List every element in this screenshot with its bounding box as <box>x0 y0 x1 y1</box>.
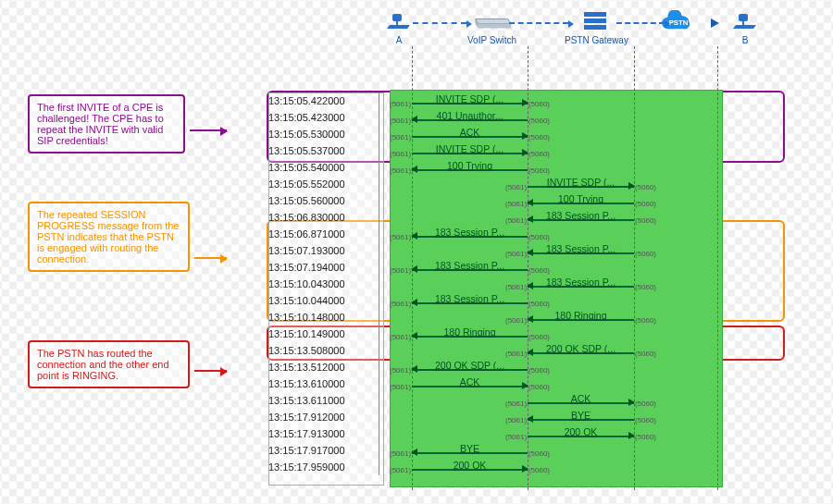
annotation-text: The first INVITE of a CPE is challenged!… <box>37 102 164 146</box>
trace-row: 13:15:17.959000200 OK(5061)(5060) <box>268 459 777 475</box>
device-a-label: A <box>396 35 403 45</box>
timestamp: 13:15:05.423000 <box>268 109 379 126</box>
svg-rect-3 <box>584 25 606 30</box>
device-gateway: PSTN Gateway <box>565 9 628 45</box>
trace-row: 13:15:13.512000200 OK SDP (...(5061)(506… <box>268 359 777 375</box>
trace-row: 13:15:06.830000183 Session P...(5061)(50… <box>268 209 777 226</box>
message-label: INVITE SDP (... <box>436 91 504 107</box>
message-label: 401 Unauthor... <box>437 107 504 124</box>
sip-message: 183 Session P...(5061)(5060) <box>412 226 528 242</box>
annotation-arrow <box>194 370 227 372</box>
phone-icon <box>379 9 418 33</box>
trace-row: 13:15:10.148000180 Ringing(5061)(5060) <box>268 309 777 326</box>
message-label: INVITE SDP (... <box>547 174 615 191</box>
message-label: 200 OK SDP (... <box>546 340 615 357</box>
trace-row: 13:15:13.611000ACK(5061)(5060) <box>268 392 777 409</box>
timestamp: 13:15:06.871000 <box>268 226 379 242</box>
message-label: 183 Session P... <box>546 240 615 257</box>
port-label: (5061) <box>390 462 411 479</box>
device-switch-label: VoIP Switch <box>467 35 516 45</box>
message-label: 200 OK <box>454 457 487 473</box>
message-label: ACK <box>460 374 480 390</box>
trace-row: 13:15:05.560000100 Trying(5061)(5060) <box>268 192 777 209</box>
trace-row: 13:15:17.912000BYE(5061)(5060) <box>268 409 777 425</box>
sip-message: ACK(5061)(5060) <box>412 375 528 392</box>
sip-message: 200 OK(5061)(5060) <box>528 425 634 442</box>
message-label: 183 Session P... <box>435 224 504 240</box>
message-label: 200 OK SDP (... <box>435 357 504 374</box>
message-label: 180 Ringing <box>554 307 606 324</box>
message-label: 180 Ringing <box>443 324 495 340</box>
sip-message: 183 Session P...(5061)(5060) <box>528 276 634 292</box>
timestamp: 13:15:07.193000 <box>268 242 379 259</box>
link-gw-pstn <box>616 22 665 24</box>
svg-rect-1 <box>584 12 606 17</box>
timestamp: 13:15:05.560000 <box>268 192 379 209</box>
timestamp: 13:15:05.552000 <box>268 176 379 192</box>
device-switch: VoIP Switch <box>467 9 516 45</box>
trace-row: 13:15:07.194000183 Session P...(5061)(50… <box>268 259 777 276</box>
message-label: BYE <box>460 440 479 457</box>
trace-row: 13:15:17.913000200 OK(5061)(5060) <box>268 425 777 442</box>
svg-rect-5 <box>739 14 748 21</box>
timestamp: 13:15:13.512000 <box>268 359 379 375</box>
message-label: BYE <box>571 407 591 424</box>
timestamp: 13:15:17.959000 <box>268 459 379 475</box>
timestamp: 13:15:17.917000 <box>268 442 379 459</box>
message-label: 200 OK <box>565 424 598 440</box>
timestamp: 13:15:13.611000 <box>268 392 379 409</box>
sip-message: 180 Ringing(5061)(5060) <box>528 309 634 326</box>
trace-row: 13:15:07.193000183 Session P...(5061)(50… <box>268 242 777 259</box>
arrow-to-b-icon <box>711 18 719 28</box>
device-gateway-label: PSTN Gateway <box>565 35 628 45</box>
svg-rect-0 <box>392 14 402 21</box>
sip-message: 200 OK(5061)(5060) <box>412 459 528 475</box>
message-label: ACK <box>571 390 591 407</box>
device-b-label: B <box>742 35 749 45</box>
timestamp: 13:15:10.043000 <box>268 276 379 292</box>
timestamp: 13:15:17.913000 <box>268 425 379 442</box>
timestamp: 13:15:13.610000 <box>268 375 379 392</box>
trace-row: 13:15:05.422000INVITE SDP (...(5061)(506… <box>268 92 777 109</box>
phone-icon <box>726 9 765 33</box>
message-label: 100 Trying <box>558 191 603 207</box>
link-switch-gw <box>509 22 568 24</box>
trace-row: 13:15:10.043000183 Session P...(5061)(50… <box>268 276 777 292</box>
trace-row: 13:15:10.149000180 Ringing(5061)(5060) <box>268 326 777 342</box>
message-label: 183 Session P... <box>435 290 504 307</box>
message-label: 183 Session P... <box>435 257 504 274</box>
device-a: A <box>379 9 418 45</box>
trace-row: 13:15:05.423000401 Unauthor...(5061)(506… <box>268 109 777 126</box>
message-label: 100 Trying <box>447 157 492 174</box>
annotation-arrow <box>190 129 227 131</box>
timestamp: 13:15:17.912000 <box>268 409 379 425</box>
annotation-ringing: The PSTN has routed the connection and t… <box>28 340 190 388</box>
device-b: B <box>726 9 765 45</box>
timestamp: 13:15:05.530000 <box>268 126 379 142</box>
sip-message: 200 OK SDP (...(5061)(5060) <box>528 342 634 359</box>
trace-row: 13:15:05.552000INVITE SDP (...(5061)(506… <box>268 176 777 192</box>
port-label: (5060) <box>528 462 550 479</box>
sip-message: 183 Session P...(5061)(5060) <box>412 292 528 309</box>
timestamp: 13:15:07.194000 <box>268 259 379 276</box>
switch-icon <box>473 9 512 33</box>
annotation-arrow <box>194 257 227 259</box>
sip-message: 180 Ringing(5061)(5060) <box>412 326 528 342</box>
message-label: 183 Session P... <box>546 274 615 290</box>
trace-row: 13:15:05.530000ACK(5061)(5060) <box>268 126 777 142</box>
message-label: INVITE SDP (... <box>436 141 504 157</box>
message-label: ACK <box>460 124 480 141</box>
annotation-text: The PSTN has routed the connection and t… <box>37 348 169 381</box>
timestamp: 13:15:05.540000 <box>268 159 379 176</box>
link-a-switch <box>413 22 466 24</box>
trace-row: 13:15:17.917000BYE(5061)(5060) <box>268 442 777 459</box>
trace-row: 13:15:10.044000183 Session P...(5061)(50… <box>268 292 777 309</box>
trace-row: 13:15:05.537000INVITE SDP (...(5061)(506… <box>268 142 777 159</box>
sip-flow-trace: 13:15:05.422000INVITE SDP (...(5061)(506… <box>268 92 777 475</box>
timestamp: 13:15:10.149000 <box>268 326 379 342</box>
sip-message: 183 Session P...(5061)(5060) <box>412 259 528 276</box>
sip-message: 100 Trying(5061)(5060) <box>412 159 528 176</box>
annotation-session-progress: The repeated SESSION PROGRESS message fr… <box>28 202 190 272</box>
timestamp: 13:15:10.044000 <box>268 292 379 309</box>
message-label: 183 Session P... <box>546 207 615 224</box>
